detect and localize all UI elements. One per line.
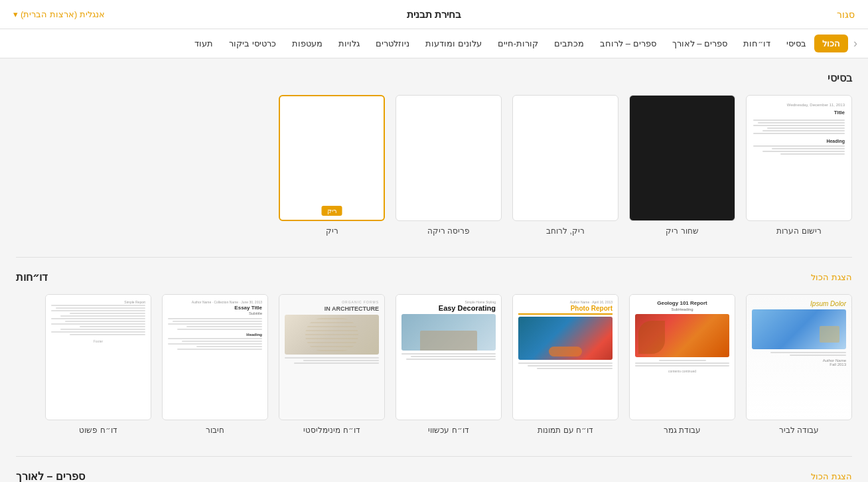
- language-selector[interactable]: אנגלית (ארצות הברית) ▾: [13, 9, 105, 19]
- template-final-work-label: עבודת גמר: [664, 426, 701, 435]
- template-blank-wide-label: ריק, לרוחב: [546, 226, 585, 236]
- template-casual-report-thumb: Simple Home Styling Easy Decorating: [396, 294, 502, 420]
- basic-section-header: בסיסי: [16, 72, 852, 84]
- template-minimalist-report[interactable]: ORGANIC FORMS IN ARCHITECTURE דו״ח מינימ…: [279, 294, 385, 435]
- nav-item-newsletters2[interactable]: ניוזלטרים: [368, 35, 417, 52]
- template-simple-report-thumb: Simple Report Footer: [45, 294, 151, 420]
- section-divider-2: [16, 456, 852, 457]
- reports-show-all-button[interactable]: הצגת הכול: [811, 272, 852, 282]
- template-notes[interactable]: Wednesday, December 11, 2013 Title Headi…: [746, 95, 852, 236]
- template-blank-black-thumb: [629, 95, 735, 221]
- template-blank-empty[interactable]: ריק ריק: [279, 95, 385, 236]
- template-photo-report-label: דו״ח עם תמונות: [538, 426, 593, 435]
- template-notes-thumb: Wednesday, December 11, 2013 Title Headi…: [746, 95, 852, 221]
- template-thesis-label: חיבור: [206, 426, 224, 435]
- template-blank-empty-label: ריק: [326, 226, 338, 236]
- category-navbar: ‹ הכול בסיסי דו״חות ספרים – לאורך ספרים …: [0, 29, 868, 58]
- template-simple-report[interactable]: Simple Report Footer: [45, 294, 151, 435]
- photo-report-preview: Author Name · April 16, 2013 Photo Repor…: [513, 295, 618, 420]
- reports-section-title: דו״חות: [16, 271, 48, 283]
- books-section-title: ספרים – לאורך: [16, 470, 85, 482]
- notes-preview: Wednesday, December 11, 2013 Title Headi…: [747, 96, 851, 220]
- template-photo-report[interactable]: Author Name · April 16, 2013 Photo Repor…: [512, 294, 618, 435]
- nav-item-envelopes[interactable]: מעטפות: [284, 35, 330, 52]
- reports-section: הצגת הכול דו״חות Ipsum Dolor Author Name…: [16, 271, 852, 435]
- geology-preview: Geology 101 Report SubHeading contents c…: [630, 295, 735, 420]
- template-final-work-thumb: Geology 101 Report SubHeading contents c…: [629, 294, 735, 420]
- nav-item-books-long[interactable]: ספרים – לאורך: [664, 35, 735, 52]
- template-blank-wide[interactable]: ריק, לרוחב: [512, 95, 618, 236]
- template-minimalist-report-label: דו״ח מינימליסטי: [303, 426, 360, 435]
- books-section: הצגת הכול ספרים – לאורך: [16, 470, 852, 482]
- geology-image: [635, 314, 729, 357]
- basic-section: בסיסי Wednesday, December 11, 2013 Title: [16, 72, 852, 236]
- page-title: בחירת תבנית: [407, 9, 461, 21]
- template-simple-report-label: דו״ח פשוט: [79, 426, 117, 435]
- template-work-draft-thumb: Ipsum Dolor Author Name Fall 2013: [746, 294, 852, 420]
- organic-forms-preview: ORGANIC FORMS IN ARCHITECTURE: [279, 295, 384, 420]
- basic-section-title: בסיסי: [828, 72, 852, 84]
- template-work-draft-label: עבודה לביר: [779, 426, 819, 435]
- template-casual-report[interactable]: Simple Home Styling Easy Decorating דו״ח…: [396, 294, 502, 435]
- template-final-work[interactable]: Geology 101 Report SubHeading contents c…: [629, 294, 735, 435]
- photo-report-image: [518, 317, 613, 360]
- reports-template-grid: Ipsum Dolor Author Name Fall 2013 עבודה …: [16, 294, 852, 435]
- easy-decorating-image: [401, 314, 496, 351]
- nav-item-business-cards[interactable]: כרטיסי ביקור: [221, 35, 284, 52]
- section-divider-1: [16, 257, 852, 258]
- nav-item-books-wide[interactable]: ספרים – לרוחב: [592, 35, 664, 52]
- nav-item-reports[interactable]: דו״חות: [735, 35, 778, 52]
- template-blank-black-label: שחור ריק: [666, 226, 698, 236]
- template-blank-press[interactable]: פריסה ריקה: [396, 95, 502, 236]
- easy-decorating-preview: Simple Home Styling Easy Decorating: [396, 295, 501, 420]
- nav-item-certificates[interactable]: תעוד: [186, 35, 221, 52]
- nav-item-letters[interactable]: מכתבים: [546, 35, 592, 52]
- template-minimalist-report-thumb: ORGANIC FORMS IN ARCHITECTURE: [279, 294, 385, 420]
- basic-template-grid: Wednesday, December 11, 2013 Title Headi…: [16, 95, 852, 236]
- nav-item-newsletters[interactable]: עלונים ומודעות: [417, 35, 490, 52]
- template-casual-report-label: דו״ח עכשווי: [428, 426, 469, 435]
- simple-report-preview: Simple Report Footer: [46, 295, 151, 420]
- template-thesis-thumb: Author Name · Collection Name · June 30,…: [162, 294, 268, 420]
- nav-item-all[interactable]: הכול: [814, 35, 848, 52]
- organic-forms-image: [285, 315, 379, 355]
- template-blank-press-thumb: [396, 95, 502, 221]
- template-notes-label: רישום הערות: [776, 226, 821, 236]
- essay-preview: Author Name · Collection Name · June 30,…: [163, 295, 267, 420]
- books-show-all-button[interactable]: הצגת הכול: [811, 471, 852, 481]
- template-blank-wide-thumb: [512, 95, 618, 221]
- nav-item-basic[interactable]: בסיסי: [778, 35, 814, 52]
- empty-badge: ריק: [322, 206, 342, 216]
- reports-section-header: הצגת הכול דו״חות: [16, 271, 852, 283]
- close-button[interactable]: סגור: [837, 9, 855, 20]
- books-section-header: הצגת הכול ספרים – לאורך: [16, 470, 852, 482]
- language-label: אנגלית (ארצות הברית): [21, 9, 105, 19]
- nav-back-arrow[interactable]: ‹: [853, 37, 857, 50]
- template-blank-press-label: פריסה ריקה: [427, 226, 470, 236]
- work-draft-image: [752, 309, 846, 349]
- chevron-down-icon: ▾: [13, 9, 18, 19]
- work-draft-preview: Ipsum Dolor Author Name Fall 2013: [747, 295, 851, 420]
- template-thesis[interactable]: Author Name · Collection Name · June 30,…: [162, 294, 268, 435]
- nav-item-stationery[interactable]: גלויות: [330, 35, 368, 52]
- template-work-draft[interactable]: Ipsum Dolor Author Name Fall 2013 עבודה …: [746, 294, 852, 435]
- header: סגור בחירת תבנית אנגלית (ארצות הברית) ▾: [0, 0, 868, 29]
- template-blank-empty-thumb: ריק: [279, 95, 385, 221]
- template-blank-black[interactable]: שחור ריק: [629, 95, 735, 236]
- nav-item-curriculum[interactable]: קורות-חיים: [490, 35, 546, 52]
- main-content: בסיסי Wednesday, December 11, 2013 Title: [0, 58, 868, 482]
- template-photo-report-thumb: Author Name · April 16, 2013 Photo Repor…: [512, 294, 618, 420]
